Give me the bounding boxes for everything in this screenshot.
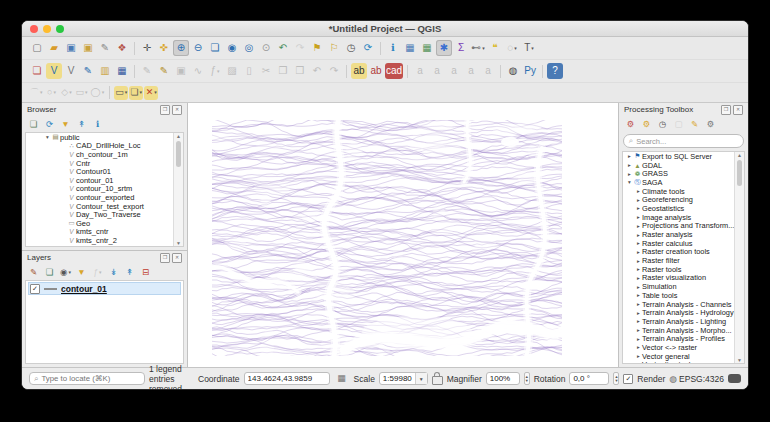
processing-history-button[interactable]: ◷ bbox=[656, 118, 669, 131]
manage-map-themes-button[interactable]: ◉▾ bbox=[59, 266, 72, 279]
annotation-dropdown[interactable]: ▾ bbox=[514, 46, 517, 51]
browser-item-contour_10_srtm[interactable]: Vcontour_10_srtm bbox=[26, 185, 183, 194]
digitize-rectangle-dropdown[interactable]: ▾ bbox=[85, 90, 88, 95]
toolbox-float-button[interactable]: ❐ bbox=[721, 105, 731, 115]
browser-item-Contour_test_export[interactable]: VContour_test_export bbox=[26, 202, 183, 211]
layer-styling-button[interactable]: ✎ bbox=[27, 266, 40, 279]
metasearch-button[interactable]: ◍ bbox=[505, 63, 521, 79]
scale-combo[interactable]: 1:59980 ▼ bbox=[379, 372, 428, 385]
refresh-map-button[interactable]: ⟳ bbox=[360, 40, 376, 56]
zoom-in-button[interactable]: ⊕ bbox=[173, 40, 189, 56]
expander-icon[interactable]: ▸ bbox=[635, 188, 642, 194]
show-bookmarks-button[interactable]: ⚐ bbox=[326, 40, 342, 56]
magnifier-input[interactable] bbox=[486, 372, 520, 385]
expander-icon[interactable]: ▸ bbox=[635, 240, 642, 246]
add-group-button[interactable]: ❏ bbox=[43, 266, 56, 279]
browser-item-contour_exported[interactable]: Vcontour_exported bbox=[26, 193, 183, 202]
browser-item-public[interactable]: ▾▤public bbox=[26, 133, 183, 142]
digitize-circle-dropdown[interactable]: ▾ bbox=[53, 90, 56, 95]
toolbox-close-button[interactable]: ✕ bbox=[733, 105, 743, 115]
expander-icon[interactable]: ▸ bbox=[635, 336, 642, 342]
zoom-window-button[interactable] bbox=[56, 25, 64, 33]
statistics-panel-button[interactable]: Σ bbox=[453, 40, 469, 56]
processing-start-button[interactable]: ⚙ bbox=[624, 118, 637, 131]
browser-close-button[interactable]: ✕ bbox=[172, 105, 182, 115]
locate-input[interactable] bbox=[41, 374, 140, 383]
browser-item-Cntr[interactable]: VCntr bbox=[26, 159, 183, 168]
toolbox-group-terrain-analysis-profiles[interactable]: ▸Terrain Analysis - Profiles bbox=[623, 334, 744, 343]
field-calculator-dropdown[interactable]: ▾ bbox=[217, 69, 220, 74]
layers-float-button[interactable]: ❐ bbox=[160, 253, 170, 263]
zoom-last-button[interactable]: ↶ bbox=[275, 40, 291, 56]
expander-icon[interactable]: ▾ bbox=[44, 134, 51, 140]
select-features-dropdown[interactable]: ▾ bbox=[125, 90, 128, 95]
locate-field[interactable]: ⌕ bbox=[29, 372, 145, 385]
expander-icon[interactable]: ▸ bbox=[635, 301, 642, 307]
toolbox-group-raster-filter[interactable]: ▸Raster filter bbox=[623, 256, 744, 265]
toolbox-group-georeferencing[interactable]: ▸Georeferencing bbox=[623, 195, 744, 204]
expander-icon[interactable]: ▸ bbox=[635, 249, 642, 255]
expand-all-button[interactable]: ↡ bbox=[107, 266, 120, 279]
messages-icon[interactable] bbox=[728, 374, 741, 383]
manage-map-themes-dropdown[interactable]: ▾ bbox=[68, 270, 71, 275]
help-contents-button[interactable]: ? bbox=[547, 63, 563, 79]
browser-add-layer-button[interactable]: ❏ bbox=[27, 118, 40, 131]
select-by-value-button[interactable]: ❏▾ bbox=[129, 86, 143, 100]
expander-icon[interactable]: ▸ bbox=[635, 284, 642, 290]
data-source-manager-button[interactable]: ❏ bbox=[29, 63, 45, 79]
browser-collapse-all-button[interactable]: ↟ bbox=[75, 118, 88, 131]
save-project-button[interactable]: ▣ bbox=[63, 40, 79, 56]
layer-item-contour_01[interactable]: ✓contour_01 bbox=[28, 282, 181, 295]
toolbox-group-terrain-analysis-hydrology[interactable]: ▸Terrain Analysis - Hydrology bbox=[623, 308, 744, 317]
identify-features-button[interactable]: ℹ bbox=[385, 40, 401, 56]
browser-item-kmts_cntr_2[interactable]: Vkmts_cntr_2 bbox=[26, 236, 183, 245]
layer-diagram-button[interactable]: ab bbox=[368, 63, 384, 79]
zoom-to-layer-button[interactable]: ◎ bbox=[241, 40, 257, 56]
cad-dock-button[interactable]: cad bbox=[385, 63, 403, 79]
toolbox-group-vector-line-tools[interactable]: ▸Vector line tools bbox=[623, 361, 744, 365]
toggle-editing-button[interactable]: ✎ bbox=[156, 63, 172, 79]
layer-labeling-button[interactable]: ab bbox=[351, 63, 367, 79]
browser-refresh-button[interactable]: ⟳ bbox=[43, 118, 56, 131]
toolbox-group-terrain-analysis-morpho[interactable]: ▸Terrain Analysis - Morpho... bbox=[623, 326, 744, 335]
toolbox-group-image-analysis[interactable]: ▸Image analysis bbox=[623, 213, 744, 222]
layers-close-button[interactable]: ✕ bbox=[172, 253, 182, 263]
expander-icon[interactable]: ▸ bbox=[635, 344, 642, 350]
processing-options-button[interactable]: ⚙ bbox=[704, 118, 717, 131]
expander-icon[interactable]: ▸ bbox=[635, 275, 642, 281]
remove-layer-button[interactable]: ⊟ bbox=[139, 266, 152, 279]
save-project-as-button[interactable]: ▣ bbox=[80, 40, 96, 56]
measure-dropdown[interactable]: ▾ bbox=[482, 46, 485, 51]
digitize-polygon-dropdown[interactable]: ▾ bbox=[69, 90, 72, 95]
expander-icon[interactable]: ▸ bbox=[635, 214, 642, 220]
collapse-all-button[interactable]: ↟ bbox=[123, 266, 136, 279]
lock-scale-icon[interactable] bbox=[432, 376, 443, 385]
text-annotation-dropdown[interactable]: ▾ bbox=[531, 46, 534, 51]
python-console-button[interactable]: Py bbox=[522, 63, 538, 79]
new-project-button[interactable]: ▢ bbox=[29, 40, 45, 56]
expander-icon[interactable]: ▸ bbox=[635, 266, 642, 272]
select-features-button[interactable]: ▭▾ bbox=[114, 86, 128, 100]
style-manager-button[interactable]: ❖ bbox=[114, 40, 130, 56]
zoom-to-selection-button[interactable]: ◉ bbox=[224, 40, 240, 56]
rotation-stepper[interactable]: ▲▼ bbox=[613, 372, 619, 385]
toolbox-group-raster-analysis[interactable]: ▸Raster analysis bbox=[623, 230, 744, 239]
expander-icon[interactable]: ▸ bbox=[626, 162, 633, 168]
add-postgis-layer-button[interactable]: ▦ bbox=[114, 63, 130, 79]
annotation-button[interactable]: ◌▾ bbox=[504, 40, 520, 56]
zoom-out-button[interactable]: ⊖ bbox=[190, 40, 206, 56]
toolbox-group-raster-tools[interactable]: ▸Raster tools bbox=[623, 265, 744, 274]
layout-manager-button[interactable]: ▦ bbox=[419, 40, 435, 56]
expander-icon[interactable]: ▸ bbox=[635, 310, 642, 316]
extents-toggle-icon[interactable]: ▦ bbox=[334, 371, 350, 387]
toolbox-group-terrain-analysis-channels[interactable]: ▸Terrain Analysis - Channels bbox=[623, 300, 744, 309]
toolbox-group-projections-and-transform[interactable]: ▸Projections and Transform... bbox=[623, 222, 744, 231]
chevron-down-icon[interactable]: ▼ bbox=[415, 373, 427, 384]
render-checkbox[interactable]: ✓ bbox=[623, 374, 633, 384]
map-canvas[interactable] bbox=[188, 103, 618, 367]
expander-icon[interactable]: ▸ bbox=[635, 362, 642, 364]
pan-to-selection-button[interactable]: ✜ bbox=[156, 40, 172, 56]
add-vector-layer-button[interactable]: V bbox=[46, 63, 62, 79]
toolbox-group-raster-calculus[interactable]: ▸Raster calculus bbox=[623, 239, 744, 248]
toolbox-scrollbar[interactable]: ▲▼ bbox=[734, 152, 744, 363]
